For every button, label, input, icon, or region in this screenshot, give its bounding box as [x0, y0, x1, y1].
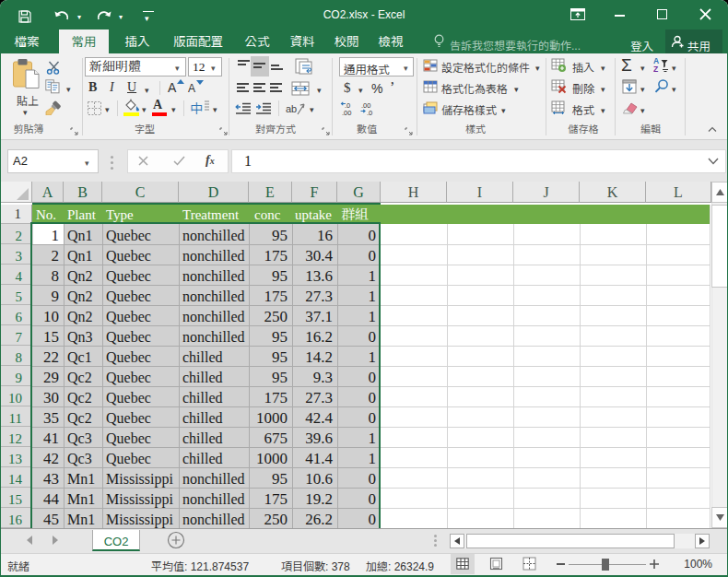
svg-text:.0: .0 [367, 109, 372, 116]
svg-text:ab: ab [286, 103, 297, 114]
svg-text:.00: .00 [342, 109, 351, 116]
svg-text:Z: Z [653, 65, 658, 73]
